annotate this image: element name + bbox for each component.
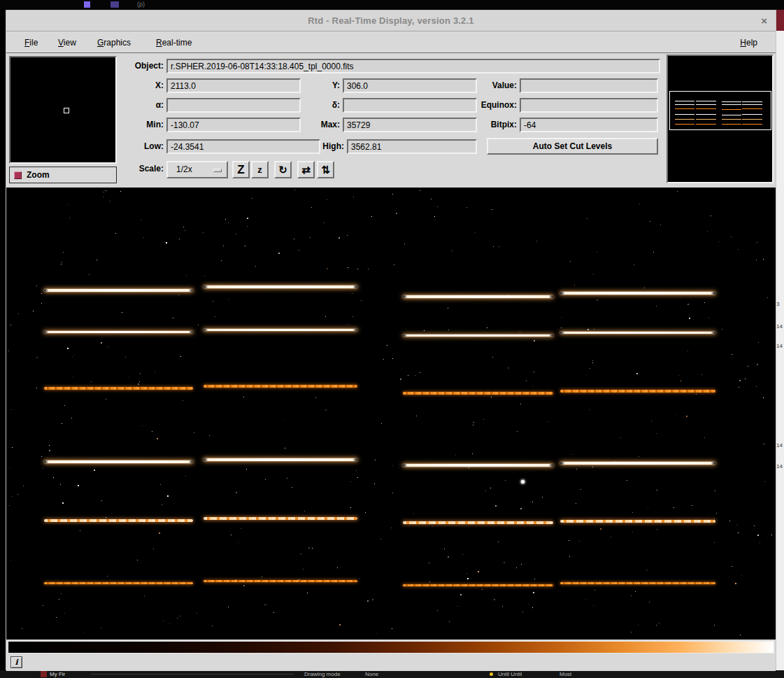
auto-set-cut-levels-button[interactable]: Auto Set Cut Levels [487, 138, 658, 155]
panorama-line [675, 104, 694, 105]
noise-dot [533, 592, 534, 593]
value-field[interactable] [520, 78, 658, 93]
noise-dot [462, 554, 463, 555]
noise-dot [22, 628, 22, 629]
noise-dot [325, 316, 326, 317]
noise-dot [41, 303, 42, 304]
flip-y-icon[interactable]: ⇅ [317, 161, 334, 178]
y-field[interactable] [343, 78, 477, 93]
background-text-fragment: 14 [776, 442, 783, 449]
panorama-display[interactable] [667, 55, 774, 183]
spectral-line [403, 521, 553, 524]
image-canvas[interactable] [6, 188, 776, 640]
rotate-icon[interactable]: ↻ [274, 161, 292, 178]
noise-dot [508, 295, 508, 295]
noise-dot [587, 374, 587, 375]
titlebar[interactable]: Rtd - Real-Time Display, version 3.2.1 × [6, 10, 776, 31]
taskbar-app-label[interactable]: My Fir [50, 671, 65, 677]
spectral-line [204, 517, 357, 520]
alpha-field[interactable] [166, 98, 301, 113]
noise-dot [177, 618, 178, 619]
menu-graphics[interactable]: Graphics [94, 36, 134, 49]
x-field[interactable] [166, 78, 301, 93]
zoom-in-button[interactable]: Z [232, 161, 250, 178]
equinox-field[interactable] [520, 98, 658, 113]
noise-dot [160, 484, 161, 485]
noise-dot [660, 225, 661, 225]
scale-option-menu[interactable]: 1/2x [166, 161, 228, 178]
noise-dot [576, 503, 576, 504]
equinox-label: Equinox: [468, 100, 517, 110]
bitpix-field[interactable] [520, 118, 658, 132]
menu-view[interactable]: View [55, 36, 79, 49]
statusbar: i [6, 654, 776, 671]
spectral-line [44, 331, 193, 333]
menu-file[interactable]: File [22, 36, 41, 49]
noise-dot [594, 590, 595, 591]
spectral-line [204, 458, 357, 461]
noise-dot [301, 553, 301, 554]
noise-dot [178, 295, 179, 295]
background-text-fragment: 14 [776, 323, 783, 330]
noise-dot [532, 607, 533, 608]
noise-dot [756, 260, 757, 260]
noise-dot [325, 409, 327, 411]
noise-dot [365, 512, 366, 513]
zoom-out-button[interactable]: z [251, 161, 269, 178]
menu-help[interactable]: Help [737, 36, 760, 49]
noise-dot [478, 571, 479, 572]
noise-dot [722, 329, 722, 330]
close-icon[interactable]: × [761, 15, 767, 27]
noise-dot [352, 316, 353, 317]
noise-dot [483, 419, 484, 420]
noise-dot [462, 393, 463, 393]
delta-field[interactable] [343, 98, 477, 113]
noise-dot [8, 351, 9, 351]
spectral-line [204, 329, 357, 331]
noise-dot [455, 455, 456, 455]
object-field[interactable] [166, 59, 660, 73]
noise-dot [673, 507, 674, 508]
noise-dot [475, 232, 476, 233]
noise-dot [18, 313, 19, 314]
scale-label: Scale: [122, 164, 164, 174]
noise-dot [255, 266, 256, 267]
noise-dot [420, 372, 420, 373]
noise-dot [517, 431, 518, 432]
noise-dot [197, 613, 197, 614]
desktop-top-strip: (p) [0, 0, 784, 10]
noise-dot [740, 635, 741, 635]
spectral-line [560, 390, 715, 393]
high-field[interactable] [347, 139, 477, 154]
noise-dot [140, 373, 141, 374]
noise-dot [502, 606, 503, 607]
noise-dot [392, 600, 392, 600]
panorama-image[interactable] [669, 91, 771, 130]
zoom-checkbox[interactable] [14, 171, 22, 179]
noise-dot [125, 357, 126, 358]
max-field[interactable] [343, 118, 477, 132]
low-field[interactable] [166, 139, 320, 154]
noise-dot [387, 345, 387, 346]
noise-dot [162, 504, 162, 505]
noise-dot [714, 542, 715, 543]
min-field[interactable] [166, 118, 301, 132]
spectral-line [403, 392, 553, 395]
noise-dot [424, 330, 425, 331]
noise-dot [337, 567, 338, 568]
noise-dot [452, 250, 452, 251]
noise-dot [245, 246, 245, 246]
noise-dot [534, 372, 534, 372]
spectral-line [560, 582, 715, 584]
noise-dot [152, 431, 152, 432]
info-button[interactable]: i [10, 656, 22, 668]
noise-dot [287, 478, 287, 479]
noise-dot [767, 297, 768, 298]
flip-x-icon[interactable]: ⇄ [297, 161, 315, 178]
noise-dot [491, 397, 492, 397]
zoom-toggle-bar[interactable]: Zoom [9, 167, 117, 183]
menu-realtime[interactable]: Real-time [153, 36, 194, 49]
control-panel: Zoom Object: X: Y: Value: α: δ: Equinox:… [6, 53, 776, 188]
noise-dot [590, 409, 590, 410]
panorama-line [742, 101, 762, 102]
